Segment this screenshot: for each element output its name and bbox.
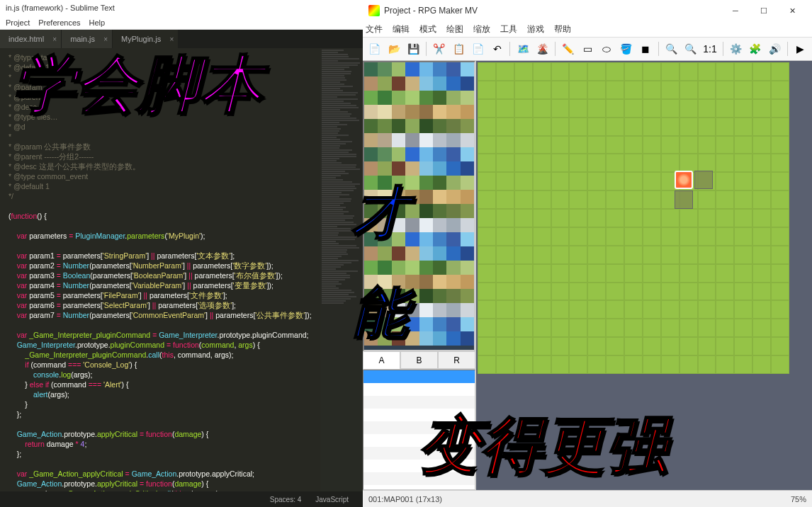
tile[interactable] [446,161,460,176]
tile[interactable] [405,161,419,176]
map-tile[interactable] [569,209,587,227]
tile[interactable] [405,204,419,218]
tile[interactable] [419,190,433,204]
event-player-sprite[interactable] [675,171,693,189]
close-icon[interactable]: × [169,35,174,43]
map-tile[interactable] [606,227,624,246]
map-tile[interactable] [496,355,514,374]
map-tile[interactable] [752,319,771,337]
tile[interactable] [378,303,391,317]
tab-r[interactable]: R [438,351,475,369]
map-tile[interactable] [680,118,698,136]
map-tile[interactable] [716,264,734,283]
code-editor[interactable]: * @type state * @default 1 * * @param ……… [0,48,363,491]
map-tile[interactable] [661,337,680,355]
map-tile[interactable] [533,227,551,246]
map-tile[interactable] [752,246,771,264]
tab-b[interactable]: B [400,351,438,369]
tile[interactable] [405,133,419,147]
map-tile[interactable] [661,99,680,118]
close-icon[interactable]: × [103,35,108,43]
map-tile[interactable] [680,81,698,99]
map-tile[interactable] [551,355,570,374]
map-tile[interactable] [643,62,661,81]
map-tile[interactable] [514,190,533,209]
map-tile[interactable] [551,118,570,136]
event-tile[interactable] [694,171,713,189]
map-tile[interactable] [496,99,514,118]
database-icon[interactable]: ⚙️ [727,40,745,58]
map-tile[interactable] [606,209,624,227]
map-tile[interactable] [716,227,734,246]
tile[interactable] [461,105,474,119]
paste-icon[interactable]: 📄 [469,40,487,58]
open-icon[interactable]: 📂 [385,40,402,58]
mode-map-icon[interactable]: 🗺️ [514,40,531,58]
map-tile[interactable] [661,209,680,227]
tile[interactable] [378,176,391,190]
map-tile[interactable] [680,136,698,154]
map-tile[interactable] [478,154,496,172]
tile[interactable] [392,91,405,105]
map-tile[interactable] [624,154,643,172]
map-tile[interactable] [587,154,606,172]
map-tile[interactable] [716,172,734,190]
map-tile[interactable] [606,172,624,190]
map-tile[interactable] [716,99,734,118]
map-tile[interactable] [752,136,771,154]
tile[interactable] [446,91,460,105]
tile[interactable] [392,246,405,261]
map-tile[interactable] [514,319,533,337]
tile[interactable] [446,303,460,317]
map-tile[interactable] [514,172,533,190]
tile[interactable] [405,119,419,133]
close-button[interactable]: ✕ [778,1,806,20]
tile[interactable] [461,261,474,275]
tile[interactable] [446,133,460,147]
tile[interactable] [392,303,405,317]
map-tile[interactable] [624,190,643,209]
status-spaces[interactable]: Spaces: 4 [270,496,301,503]
map-tile[interactable] [734,337,752,355]
map-tile[interactable] [496,264,514,283]
tile[interactable] [461,232,474,246]
ellipse-icon[interactable]: ⬭ [598,40,616,58]
tile[interactable] [461,133,474,147]
map-tile[interactable] [551,319,570,337]
map-tile[interactable] [478,300,496,319]
map-tile[interactable] [698,283,716,301]
tile[interactable] [419,261,433,275]
playtest-icon[interactable]: ▶ [791,40,809,58]
tile[interactable] [405,190,419,204]
map-tile[interactable] [643,172,661,190]
map-tile[interactable] [698,81,716,99]
map-tile[interactable] [698,264,716,283]
tile[interactable] [364,303,378,317]
map-tile[interactable] [752,264,771,283]
tile[interactable] [364,119,378,133]
map-tile[interactable] [551,136,570,154]
tile[interactable] [364,105,378,119]
tile[interactable] [392,161,405,176]
map-tile[interactable] [587,136,606,154]
map-tile[interactable] [643,118,661,136]
map-tile[interactable] [587,209,606,227]
tile[interactable] [461,317,474,331]
map-tile[interactable] [661,355,680,374]
map-tile[interactable] [734,99,752,118]
map-tile[interactable] [734,300,752,319]
menu-project[interactable]: Project [6,18,30,27]
tile[interactable] [364,161,378,176]
fill-icon[interactable]: 🪣 [617,40,635,58]
tile[interactable] [364,176,378,190]
map-tile[interactable] [716,319,734,337]
tile[interactable] [378,246,391,261]
tile[interactable] [405,232,419,246]
map-tile[interactable] [551,99,570,118]
tile[interactable] [364,147,378,161]
tile[interactable] [433,232,446,246]
map-tile[interactable] [624,337,643,355]
tile[interactable] [419,176,433,190]
map-tile[interactable] [734,264,752,283]
map-tile[interactable] [478,283,496,301]
